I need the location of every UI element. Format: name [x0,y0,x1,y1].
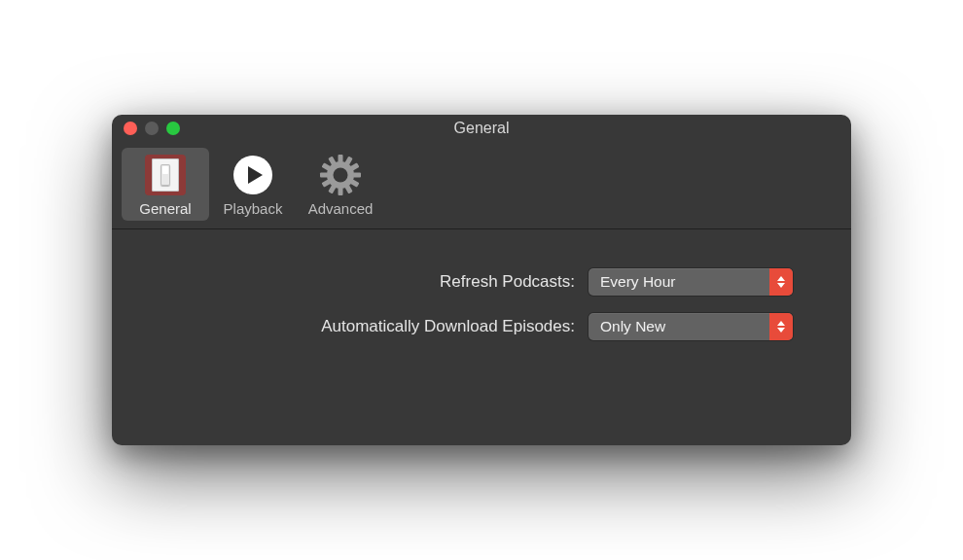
close-button[interactable] [124,122,137,135]
svg-point-15 [334,168,348,183]
gear-icon [319,154,362,196]
tab-general[interactable]: General [122,148,209,221]
setting-row-refresh: Refresh Podcasts: Every Hour [170,268,793,296]
tab-label: Advanced [308,200,374,217]
stepper-arrows-icon [769,268,793,296]
window-title: General [112,120,851,137]
tab-playback[interactable]: Playback [209,148,297,221]
tab-label: General [139,200,191,217]
toolbar: General Playback [112,142,851,229]
tab-advanced[interactable]: Advanced [297,148,384,221]
refresh-select-value: Every Hour [588,273,769,291]
traffic-lights [124,122,180,135]
tab-label: Playback [224,200,283,217]
play-icon [232,154,274,196]
auto-download-select[interactable]: Only New [588,313,793,340]
refresh-label: Refresh Podcasts: [170,272,588,292]
auto-download-select-value: Only New [588,318,769,335]
svg-rect-2 [339,155,343,162]
minimize-button[interactable] [145,122,159,135]
svg-rect-4 [320,173,328,178]
svg-rect-3 [339,188,343,195]
zoom-button[interactable] [166,122,180,135]
switch-icon [144,154,187,196]
svg-rect-5 [353,173,361,178]
stepper-arrows-icon [769,313,793,340]
setting-row-auto-download: Automatically Download Episodes: Only Ne… [170,313,793,340]
preferences-window: General General Playback [112,115,851,445]
titlebar: General [112,115,851,142]
auto-download-label: Automatically Download Episodes: [170,317,588,336]
content-area: Refresh Podcasts: Every Hour Automatical… [112,229,851,445]
refresh-select[interactable]: Every Hour [588,268,793,296]
